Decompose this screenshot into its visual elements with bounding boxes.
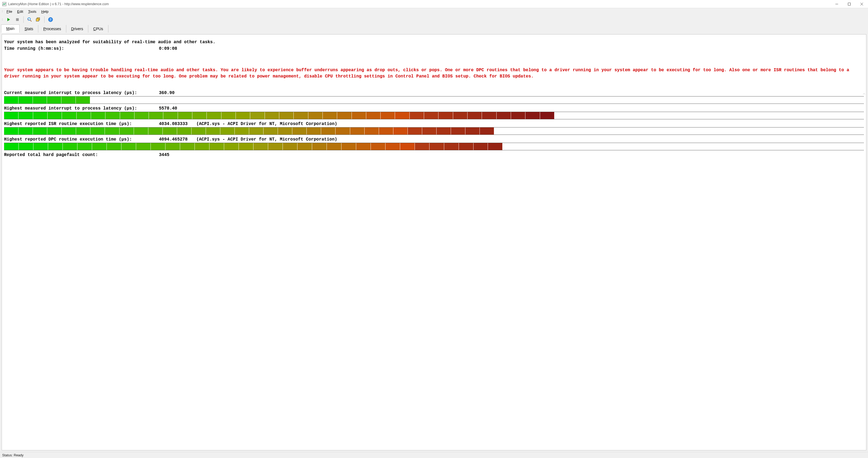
tab-bar: Main Stats Processes Drivers CPUs xyxy=(0,25,868,33)
metric-row: Highest reported DPC routine execution t… xyxy=(4,137,864,150)
menu-tools[interactable]: Tools xyxy=(26,9,38,14)
statusbar: Status: Ready xyxy=(0,452,868,458)
svg-rect-2 xyxy=(848,3,850,5)
metric-label-line: Highest measured interrupt to process la… xyxy=(4,106,864,111)
toolbar: ⋮ ? xyxy=(0,15,868,25)
tab-drivers[interactable]: Drivers xyxy=(66,25,88,33)
help-button[interactable]: ? xyxy=(47,16,54,23)
tab-processes[interactable]: Processes xyxy=(38,25,66,33)
scroll-up-icon[interactable]: ︿ xyxy=(863,92,866,95)
window-title: LatencyMon (Home Edition ) v 6.71 - http… xyxy=(8,2,831,6)
analyze-button[interactable] xyxy=(26,16,33,23)
grip-icon: ⋮ xyxy=(1,19,3,21)
app-icon xyxy=(2,2,6,6)
metric-bar xyxy=(4,127,864,135)
stop-button[interactable] xyxy=(13,16,21,23)
metric-value: 5578.40 xyxy=(159,106,177,111)
grip-icon: ⋮ xyxy=(1,10,3,13)
toolbar-separator xyxy=(23,16,24,23)
close-button[interactable] xyxy=(856,0,868,8)
app-window: LatencyMon (Home Edition ) v 6.71 - http… xyxy=(0,0,868,458)
play-button[interactable] xyxy=(5,16,12,23)
analysis-headline: Your system has been analyzed for suitab… xyxy=(4,39,864,45)
metric-row: Reported total hard pagefault count:3445 xyxy=(4,152,864,161)
metric-label: Reported total hard pagefault count: xyxy=(4,152,156,157)
metric-label: Highest measured interrupt to process la… xyxy=(4,106,156,111)
svg-rect-5 xyxy=(16,18,19,21)
metric-value: 4034.083333 xyxy=(159,122,188,126)
metric-detail: (ACPI.sys - ACPI Driver for NT, Microsof… xyxy=(196,137,337,142)
metric-row: Current measured interrupt to process la… xyxy=(4,91,864,104)
metric-bar xyxy=(4,96,864,104)
metric-value: 3445 xyxy=(159,152,169,157)
time-running-value: 0:09:08 xyxy=(159,45,177,52)
metric-label-line: Highest reported DPC routine execution t… xyxy=(4,137,864,142)
main-panel: Your system has been analyzed for suitab… xyxy=(2,34,866,450)
metrics-section: Current measured interrupt to process la… xyxy=(4,91,864,161)
svg-line-7 xyxy=(30,20,32,22)
svg-text:?: ? xyxy=(50,18,51,22)
svg-rect-9 xyxy=(36,19,39,21)
status-text: Status: Ready xyxy=(2,453,24,457)
metric-label: Current measured interrupt to process la… xyxy=(4,91,156,95)
metric-bar xyxy=(4,112,864,119)
tab-cpus[interactable]: CPUs xyxy=(88,25,108,33)
windows-button[interactable] xyxy=(34,16,42,23)
time-running-label: Time running (h:mm:ss): xyxy=(4,45,156,52)
menu-help[interactable]: Help xyxy=(39,9,51,14)
metric-value: 360.90 xyxy=(159,91,175,95)
menubar: ⋮ File Edit Tools Help xyxy=(0,8,868,15)
tab-stats[interactable]: Stats xyxy=(20,25,38,33)
titlebar: LatencyMon (Home Edition ) v 6.71 - http… xyxy=(0,0,868,8)
metric-label: Highest reported ISR routine execution t… xyxy=(4,122,156,126)
toolbar-separator xyxy=(44,16,44,23)
window-controls xyxy=(831,0,868,8)
alert-message: Your system appears to be having trouble… xyxy=(4,67,864,80)
metric-detail: (ACPI.sys - ACPI Driver for NT, Microsof… xyxy=(196,122,337,126)
maximize-button[interactable] xyxy=(843,0,856,8)
metric-bar xyxy=(4,143,864,150)
menu-edit[interactable]: Edit xyxy=(15,9,25,14)
menu-file[interactable]: File xyxy=(4,9,14,14)
metric-label-line: Reported total hard pagefault count:3445 xyxy=(4,152,864,157)
time-running-row: Time running (h:mm:ss): 0:09:08 xyxy=(4,45,864,52)
metric-row: Highest reported ISR routine execution t… xyxy=(4,122,864,135)
minimize-button[interactable] xyxy=(831,0,843,8)
tab-main[interactable]: Main xyxy=(1,25,20,33)
metric-label-line: Highest reported ISR routine execution t… xyxy=(4,122,864,126)
metric-label: Highest reported DPC routine execution t… xyxy=(4,137,156,142)
metric-label-line: Current measured interrupt to process la… xyxy=(4,91,864,95)
metric-row: Highest measured interrupt to process la… xyxy=(4,106,864,119)
content-container: Your system has been analyzed for suitab… xyxy=(0,33,868,452)
metric-value: 4094.465278 xyxy=(159,137,188,142)
